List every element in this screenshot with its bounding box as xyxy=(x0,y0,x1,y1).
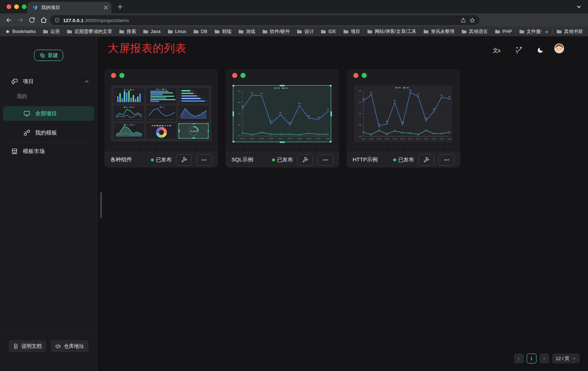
bookmarks-overflow-chevron[interactable]: » xyxy=(545,29,548,34)
more-dots-icon xyxy=(201,157,207,163)
bookmark-folder[interactable]: 搜索 xyxy=(119,28,136,35)
bookmark-folder[interactable]: 前端 xyxy=(214,28,231,35)
sidebar-group-label: 项目 xyxy=(23,78,34,85)
sidebar-group-projects[interactable]: 项目 xyxy=(11,76,34,86)
bookmark-folder[interactable]: 项目 xyxy=(343,28,360,35)
status-badge: 已发布 xyxy=(151,156,172,163)
dotted-row xyxy=(353,145,454,147)
repo-button[interactable]: 仓库地址 xyxy=(51,340,89,352)
project-card[interactable]: 25.00% 各种组件 已发布 xyxy=(104,69,218,168)
bookmark-folder[interactable]: DB xyxy=(193,29,207,34)
card-preview[interactable] xyxy=(354,85,452,142)
sidebar-item-template-market[interactable]: 模板市场 xyxy=(11,146,45,156)
prev-page-button[interactable] xyxy=(514,354,524,363)
url-host: 127.0.0.1 xyxy=(63,18,83,23)
bookmark-root[interactable]: Bookmarks xyxy=(5,29,36,34)
card-footer: 各种组件 已发布 xyxy=(104,152,218,168)
bookmarks-bar: Bookmarks 运营 近期需要读的文章 搜索 Java Linux DB 前… xyxy=(0,26,588,36)
status-badge: 已发布 xyxy=(393,156,414,163)
bookmark-folder[interactable]: IDE xyxy=(321,29,336,34)
language-icon[interactable]: 文A xyxy=(492,45,501,55)
mini-capsule-chart xyxy=(178,88,209,103)
magic-wand-icon[interactable] xyxy=(514,45,524,55)
project-card[interactable]: SQL示例 已发布 xyxy=(226,69,339,168)
card-preview[interactable] xyxy=(233,85,331,142)
more-button[interactable] xyxy=(196,154,212,166)
project-name: SQL示例 xyxy=(231,156,268,163)
reload-icon[interactable] xyxy=(28,16,36,24)
new-project-button[interactable]: 新建 xyxy=(34,50,63,61)
project-name: HTTP示例 xyxy=(353,156,389,163)
next-page-button[interactable] xyxy=(539,354,549,363)
site-favicon xyxy=(32,5,38,11)
more-button[interactable] xyxy=(439,154,455,166)
edit-button[interactable] xyxy=(297,154,313,166)
zoom-window-button[interactable] xyxy=(22,4,26,9)
bookmark-folder[interactable]: 运营 xyxy=(43,28,60,35)
green-dot xyxy=(362,73,367,78)
status-dot xyxy=(393,158,396,161)
card-traffic-dots xyxy=(353,73,367,78)
pagination: 1 12 / 页 xyxy=(514,354,580,363)
hammer-icon xyxy=(423,157,429,163)
card-footer: HTTP示例 已发布 xyxy=(347,152,460,168)
more-dots-icon xyxy=(322,157,328,163)
new-tab-button[interactable] xyxy=(116,3,124,11)
bookmark-folder[interactable]: 网站/博客/文章/工具 xyxy=(367,28,416,35)
bookmark-folder[interactable]: 游戏 xyxy=(238,28,255,35)
more-button[interactable] xyxy=(317,154,333,166)
tab-search-icon[interactable] xyxy=(576,4,582,10)
edit-button[interactable] xyxy=(418,154,434,166)
dotted-row xyxy=(232,145,333,147)
forward-icon[interactable] xyxy=(16,16,25,24)
tab-close-icon[interactable] xyxy=(104,6,108,9)
card-traffic-dots xyxy=(111,73,124,78)
bookmark-folder[interactable]: Linux xyxy=(168,29,186,34)
sidebar-item-label: 全部项目 xyxy=(35,110,57,117)
card-preview[interactable]: 25.00% xyxy=(111,85,211,141)
bookmark-folder[interactable]: PHP xyxy=(495,29,512,34)
other-bookmarks[interactable]: 其他书签 xyxy=(556,28,583,35)
sidebar: 新建 项目 我的 全部项目 我的模板 模板市场 xyxy=(0,36,97,371)
close-window-button[interactable] xyxy=(7,4,11,9)
bookmark-folder[interactable]: 软件/硬件 xyxy=(262,28,290,35)
document-icon xyxy=(13,343,18,349)
page-size-select[interactable]: 12 / 页 xyxy=(552,354,580,363)
share-icon[interactable] xyxy=(460,17,466,23)
project-card[interactable]: HTTP示例 已发布 xyxy=(347,69,460,168)
bookmark-folder[interactable]: 资讯未整理 xyxy=(423,28,455,35)
back-icon[interactable] xyxy=(4,16,13,24)
bookmark-folder[interactable]: Java xyxy=(143,29,160,34)
app-content: 新建 项目 我的 全部项目 我的模板 模板市场 xyxy=(0,36,588,371)
browser-tab[interactable]: 我的项目 xyxy=(27,2,111,13)
chevron-left-icon xyxy=(517,356,521,361)
dotted-row xyxy=(111,145,211,147)
scrollbar-thumb[interactable] xyxy=(100,192,102,218)
sidebar-item-all-projects[interactable]: 全部项目 xyxy=(3,106,94,121)
url-path: :3000/#/project/items xyxy=(83,18,129,23)
chevron-right-icon xyxy=(542,356,546,361)
bookmark-folder[interactable]: 设计 xyxy=(297,28,314,35)
status-dot xyxy=(151,158,154,161)
address-bar[interactable]: 127.0.0.1:3000/#/project/items xyxy=(50,15,480,25)
sidebar-item-label: 模板市场 xyxy=(23,148,45,155)
site-info-icon[interactable] xyxy=(54,17,60,23)
mini-hbar-chart xyxy=(146,88,176,103)
sidebar-item-my-templates[interactable]: 我的模板 xyxy=(3,125,94,140)
minimize-window-button[interactable] xyxy=(14,4,19,9)
project-name: 各种组件 xyxy=(110,156,147,163)
current-page-button[interactable]: 1 xyxy=(527,354,536,363)
project-card-list: 25.00% 各种组件 已发布 xyxy=(104,69,460,168)
edit-button[interactable] xyxy=(176,154,192,166)
bookmark-folder[interactable]: 近期需要读的文章 xyxy=(67,28,112,35)
page-size-label: 12 / 页 xyxy=(556,355,570,362)
bookmark-star-icon[interactable] xyxy=(469,17,475,23)
home-icon[interactable] xyxy=(39,16,48,24)
user-avatar[interactable] xyxy=(554,44,564,53)
bookmark-folder[interactable]: 其他语言 xyxy=(461,28,488,35)
hammer-icon xyxy=(302,157,308,163)
status-badge: 已发布 xyxy=(272,156,293,163)
dark-mode-moon-icon[interactable] xyxy=(535,45,545,55)
chevron-up-icon[interactable] xyxy=(84,79,89,86)
docs-button[interactable]: 说明文档 xyxy=(9,340,46,352)
